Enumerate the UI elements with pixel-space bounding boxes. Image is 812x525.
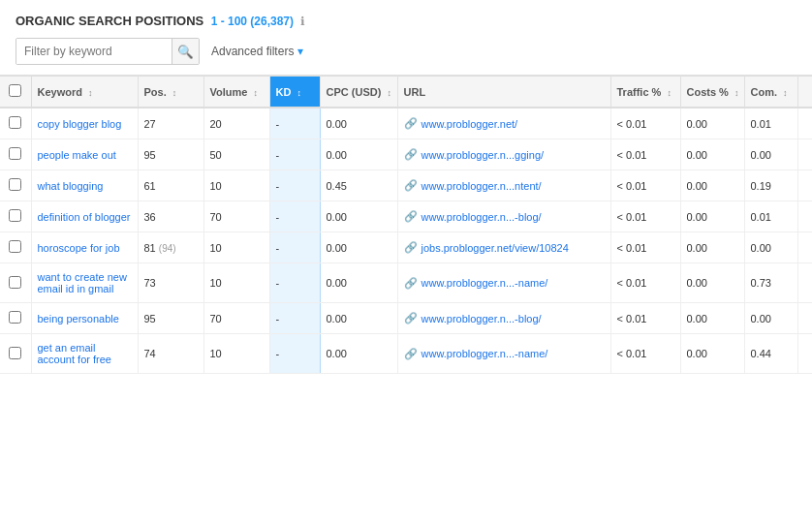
row-checkbox[interactable] — [9, 347, 21, 359]
traffic-cell: < 0.01 — [610, 201, 680, 232]
kd-cell: - — [269, 108, 320, 139]
keyword-cell: what blogging — [31, 170, 138, 201]
cpc-cell: 0.00 — [320, 232, 397, 263]
url-link[interactable]: www.problogger.n...ntent/ — [422, 180, 542, 192]
kd-cell: - — [269, 232, 320, 263]
cpc-cell: 0.00 — [320, 108, 397, 139]
result-count: 1 - 100 (26,387) — [211, 15, 294, 28]
table-row: what blogging 61 10 - 0.45 🔗 www.problog… — [0, 170, 812, 201]
search-box: 🔍 — [16, 38, 200, 65]
advanced-filters-label: Advanced filters — [211, 45, 294, 58]
row-checkbox-cell — [0, 108, 31, 139]
url-cell: 🔗 jobs.problogger.net/view/10824 — [397, 232, 610, 263]
row-checkbox-cell — [0, 201, 31, 232]
row-checkbox[interactable] — [9, 311, 21, 324]
com-header[interactable]: Com. ↕ — [744, 77, 797, 108]
com-cell: 0.44 — [744, 334, 797, 374]
pos-cell: 95 — [138, 303, 203, 334]
toolbar: 🔍 Advanced filters ▾ — [16, 38, 796, 65]
url-header: URL — [397, 77, 610, 108]
cpc-cell: 0.00 — [320, 201, 397, 232]
search-button[interactable]: 🔍 — [172, 38, 199, 65]
select-all-checkbox[interactable] — [9, 84, 21, 97]
table-row: get an email account for free 74 10 - 0.… — [0, 334, 812, 374]
keyword-link[interactable]: horoscope for job — [38, 242, 120, 254]
search-input[interactable] — [16, 39, 172, 64]
url-link[interactable]: www.problogger.n...-blog/ — [422, 211, 542, 223]
url-link[interactable]: www.problogger.n...-blog/ — [422, 313, 542, 324]
row-checkbox-cell — [0, 139, 31, 170]
row-checkbox[interactable] — [9, 276, 21, 289]
traffic-cell: < 0.01 — [610, 170, 680, 201]
cpc-header[interactable]: CPC (USD) ↕ — [320, 77, 397, 108]
external-link-icon: 🔗 — [404, 312, 418, 324]
results-table: Keyword ↕ Pos. ↕ Volume ↕ KD ↕ CPC (USD)… — [0, 76, 812, 374]
keyword-cell: being personable — [31, 303, 138, 334]
keyword-link[interactable]: definition of blogger — [38, 211, 131, 223]
url-cell: 🔗 www.problogger.net/ — [397, 108, 610, 139]
kd-cell: - — [269, 334, 320, 374]
row-checkbox-cell — [0, 334, 31, 374]
keyword-link[interactable]: being personable — [38, 313, 119, 324]
extra-cell — [797, 139, 812, 170]
row-checkbox-cell — [0, 170, 31, 201]
costs-cell: 0.00 — [680, 232, 744, 263]
com-cell: 0.19 — [744, 170, 797, 201]
url-cell: 🔗 www.problogger.n...ntent/ — [397, 170, 610, 201]
keyword-link[interactable]: want to create new email id in gmail — [38, 271, 127, 294]
url-link[interactable]: www.problogger.n...gging/ — [422, 149, 545, 161]
external-link-icon: 🔗 — [404, 117, 418, 130]
cpc-cell: 0.00 — [320, 303, 397, 334]
table-row: want to create new email id in gmail 73 … — [0, 263, 812, 303]
pos-header[interactable]: Pos. ↕ — [138, 77, 203, 108]
costs-cell: 0.00 — [680, 201, 744, 232]
keyword-link[interactable]: what blogging — [38, 180, 104, 192]
traffic-cell: < 0.01 — [610, 334, 680, 374]
keyword-cell: copy blogger blog — [31, 108, 138, 139]
page-title: ORGANIC SEARCH POSITIONS — [16, 14, 203, 28]
keyword-link[interactable]: copy blogger blog — [38, 118, 122, 130]
com-cell: 0.00 — [744, 139, 797, 170]
volume-cell: 10 — [203, 232, 269, 263]
keyword-cell: definition of blogger — [31, 201, 138, 232]
url-cell: 🔗 www.problogger.n...-blog/ — [397, 303, 610, 334]
costs-header[interactable]: Costs % ↕ — [680, 77, 744, 108]
url-link[interactable]: www.problogger.net/ — [422, 118, 518, 130]
keyword-link[interactable]: people make out — [38, 149, 116, 161]
keyword-header[interactable]: Keyword ↕ — [31, 77, 138, 108]
costs-cell: 0.00 — [680, 170, 744, 201]
row-checkbox[interactable] — [9, 240, 21, 253]
com-cell: 0.00 — [744, 303, 797, 334]
external-link-icon: 🔗 — [404, 277, 418, 290]
keyword-cell: get an email account for free — [31, 334, 138, 374]
volume-cell: 10 — [203, 334, 269, 374]
costs-cell: 0.00 — [680, 303, 744, 334]
row-checkbox-cell — [0, 303, 31, 334]
cpc-cell: 0.45 — [320, 170, 397, 201]
row-checkbox[interactable] — [9, 116, 21, 129]
external-link-icon: 🔗 — [404, 210, 418, 223]
page-header: ORGANIC SEARCH POSITIONS 1 - 100 (26,387… — [0, 0, 812, 76]
row-checkbox-cell — [0, 263, 31, 303]
table-row: people make out 95 50 - 0.00 🔗 www.probl… — [0, 139, 812, 170]
extra-cell — [797, 334, 812, 374]
url-link[interactable]: www.problogger.n...-name/ — [422, 348, 548, 359]
extra-cell — [797, 303, 812, 334]
kd-header[interactable]: KD ↕ — [269, 77, 320, 108]
url-link[interactable]: www.problogger.n...-name/ — [422, 277, 548, 289]
external-link-icon: 🔗 — [404, 179, 418, 192]
traffic-header[interactable]: Traffic % ↕ — [610, 77, 680, 108]
pos-cell: 74 — [138, 334, 203, 374]
pos-cell: 81 (94) — [138, 232, 203, 263]
advanced-filters-button[interactable]: Advanced filters ▾ — [211, 45, 303, 58]
url-link[interactable]: jobs.problogger.net/view/10824 — [422, 242, 569, 254]
extra-cell — [797, 170, 812, 201]
row-checkbox[interactable] — [9, 178, 21, 191]
info-icon[interactable]: ℹ — [300, 15, 305, 28]
volume-header[interactable]: Volume ↕ — [203, 77, 269, 108]
keyword-link[interactable]: get an email account for free — [38, 342, 111, 365]
kd-cell: - — [269, 303, 320, 334]
costs-cell: 0.00 — [680, 263, 744, 303]
row-checkbox[interactable] — [9, 209, 21, 222]
row-checkbox[interactable] — [9, 147, 21, 160]
